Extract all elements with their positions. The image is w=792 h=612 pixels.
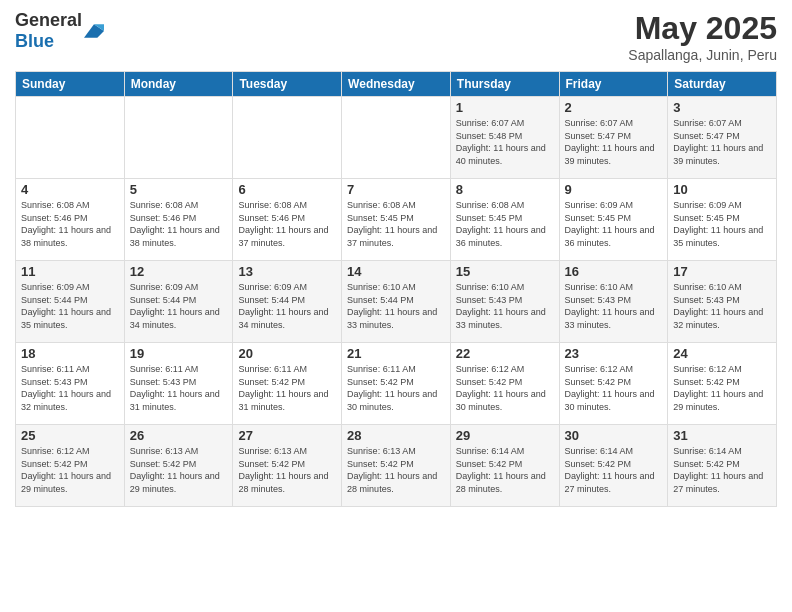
cell-w1-d7: 3Sunrise: 6:07 AM Sunset: 5:47 PM Daylig… — [668, 97, 777, 179]
cell-w3-d6: 16Sunrise: 6:10 AM Sunset: 5:43 PM Dayli… — [559, 261, 668, 343]
header-wednesday: Wednesday — [342, 72, 451, 97]
day-num-24: 24 — [673, 346, 771, 361]
week-row-5: 25Sunrise: 6:12 AM Sunset: 5:42 PM Dayli… — [16, 425, 777, 507]
cell-w5-d6: 30Sunrise: 6:14 AM Sunset: 5:42 PM Dayli… — [559, 425, 668, 507]
cell-w4-d1: 18Sunrise: 6:11 AM Sunset: 5:43 PM Dayli… — [16, 343, 125, 425]
cell-w2-d7: 10Sunrise: 6:09 AM Sunset: 5:45 PM Dayli… — [668, 179, 777, 261]
cell-w1-d5: 1Sunrise: 6:07 AM Sunset: 5:48 PM Daylig… — [450, 97, 559, 179]
day-num-12: 12 — [130, 264, 228, 279]
logo-blue-text: Blue — [15, 31, 54, 51]
week-row-2: 4Sunrise: 6:08 AM Sunset: 5:46 PM Daylig… — [16, 179, 777, 261]
cell-w4-d2: 19Sunrise: 6:11 AM Sunset: 5:43 PM Dayli… — [124, 343, 233, 425]
day-num-27: 27 — [238, 428, 336, 443]
cell-w3-d2: 12Sunrise: 6:09 AM Sunset: 5:44 PM Dayli… — [124, 261, 233, 343]
day-info-12: Sunrise: 6:09 AM Sunset: 5:44 PM Dayligh… — [130, 281, 228, 331]
header-row: Sunday Monday Tuesday Wednesday Thursday… — [16, 72, 777, 97]
logo-general-text: General — [15, 10, 82, 30]
day-info-11: Sunrise: 6:09 AM Sunset: 5:44 PM Dayligh… — [21, 281, 119, 331]
logo-icon — [84, 21, 104, 41]
header-thursday: Thursday — [450, 72, 559, 97]
cell-w5-d2: 26Sunrise: 6:13 AM Sunset: 5:42 PM Dayli… — [124, 425, 233, 507]
day-num-9: 9 — [565, 182, 663, 197]
day-info-21: Sunrise: 6:11 AM Sunset: 5:42 PM Dayligh… — [347, 363, 445, 413]
day-num-30: 30 — [565, 428, 663, 443]
day-num-15: 15 — [456, 264, 554, 279]
cell-w1-d6: 2Sunrise: 6:07 AM Sunset: 5:47 PM Daylig… — [559, 97, 668, 179]
day-info-29: Sunrise: 6:14 AM Sunset: 5:42 PM Dayligh… — [456, 445, 554, 495]
cell-w5-d1: 25Sunrise: 6:12 AM Sunset: 5:42 PM Dayli… — [16, 425, 125, 507]
cell-w3-d3: 13Sunrise: 6:09 AM Sunset: 5:44 PM Dayli… — [233, 261, 342, 343]
logo: General Blue — [15, 10, 104, 52]
day-num-5: 5 — [130, 182, 228, 197]
calendar-page: General Blue May 2025 Sapallanga, Junin,… — [0, 0, 792, 612]
cell-w1-d3 — [233, 97, 342, 179]
day-info-30: Sunrise: 6:14 AM Sunset: 5:42 PM Dayligh… — [565, 445, 663, 495]
cell-w4-d5: 22Sunrise: 6:12 AM Sunset: 5:42 PM Dayli… — [450, 343, 559, 425]
day-info-4: Sunrise: 6:08 AM Sunset: 5:46 PM Dayligh… — [21, 199, 119, 249]
day-info-10: Sunrise: 6:09 AM Sunset: 5:45 PM Dayligh… — [673, 199, 771, 249]
day-info-25: Sunrise: 6:12 AM Sunset: 5:42 PM Dayligh… — [21, 445, 119, 495]
header: General Blue May 2025 Sapallanga, Junin,… — [15, 10, 777, 63]
day-info-15: Sunrise: 6:10 AM Sunset: 5:43 PM Dayligh… — [456, 281, 554, 331]
day-info-7: Sunrise: 6:08 AM Sunset: 5:45 PM Dayligh… — [347, 199, 445, 249]
week-row-1: 1Sunrise: 6:07 AM Sunset: 5:48 PM Daylig… — [16, 97, 777, 179]
day-info-5: Sunrise: 6:08 AM Sunset: 5:46 PM Dayligh… — [130, 199, 228, 249]
cell-w3-d1: 11Sunrise: 6:09 AM Sunset: 5:44 PM Dayli… — [16, 261, 125, 343]
month-title: May 2025 — [628, 10, 777, 47]
day-num-1: 1 — [456, 100, 554, 115]
cell-w5-d4: 28Sunrise: 6:13 AM Sunset: 5:42 PM Dayli… — [342, 425, 451, 507]
cell-w2-d4: 7Sunrise: 6:08 AM Sunset: 5:45 PM Daylig… — [342, 179, 451, 261]
cell-w2-d5: 8Sunrise: 6:08 AM Sunset: 5:45 PM Daylig… — [450, 179, 559, 261]
day-num-3: 3 — [673, 100, 771, 115]
week-row-4: 18Sunrise: 6:11 AM Sunset: 5:43 PM Dayli… — [16, 343, 777, 425]
day-num-26: 26 — [130, 428, 228, 443]
day-num-10: 10 — [673, 182, 771, 197]
title-block: May 2025 Sapallanga, Junin, Peru — [628, 10, 777, 63]
day-num-25: 25 — [21, 428, 119, 443]
day-info-31: Sunrise: 6:14 AM Sunset: 5:42 PM Dayligh… — [673, 445, 771, 495]
day-num-28: 28 — [347, 428, 445, 443]
day-info-23: Sunrise: 6:12 AM Sunset: 5:42 PM Dayligh… — [565, 363, 663, 413]
day-info-8: Sunrise: 6:08 AM Sunset: 5:45 PM Dayligh… — [456, 199, 554, 249]
day-num-18: 18 — [21, 346, 119, 361]
day-info-28: Sunrise: 6:13 AM Sunset: 5:42 PM Dayligh… — [347, 445, 445, 495]
header-friday: Friday — [559, 72, 668, 97]
day-info-13: Sunrise: 6:09 AM Sunset: 5:44 PM Dayligh… — [238, 281, 336, 331]
day-info-24: Sunrise: 6:12 AM Sunset: 5:42 PM Dayligh… — [673, 363, 771, 413]
header-saturday: Saturday — [668, 72, 777, 97]
day-info-27: Sunrise: 6:13 AM Sunset: 5:42 PM Dayligh… — [238, 445, 336, 495]
day-num-17: 17 — [673, 264, 771, 279]
day-num-14: 14 — [347, 264, 445, 279]
day-num-2: 2 — [565, 100, 663, 115]
day-info-20: Sunrise: 6:11 AM Sunset: 5:42 PM Dayligh… — [238, 363, 336, 413]
day-num-11: 11 — [21, 264, 119, 279]
cell-w5-d7: 31Sunrise: 6:14 AM Sunset: 5:42 PM Dayli… — [668, 425, 777, 507]
header-tuesday: Tuesday — [233, 72, 342, 97]
calendar-table: Sunday Monday Tuesday Wednesday Thursday… — [15, 71, 777, 507]
cell-w2-d2: 5Sunrise: 6:08 AM Sunset: 5:46 PM Daylig… — [124, 179, 233, 261]
cell-w1-d4 — [342, 97, 451, 179]
day-num-21: 21 — [347, 346, 445, 361]
cell-w3-d5: 15Sunrise: 6:10 AM Sunset: 5:43 PM Dayli… — [450, 261, 559, 343]
cell-w5-d3: 27Sunrise: 6:13 AM Sunset: 5:42 PM Dayli… — [233, 425, 342, 507]
day-num-19: 19 — [130, 346, 228, 361]
day-info-16: Sunrise: 6:10 AM Sunset: 5:43 PM Dayligh… — [565, 281, 663, 331]
cell-w5-d5: 29Sunrise: 6:14 AM Sunset: 5:42 PM Dayli… — [450, 425, 559, 507]
day-info-26: Sunrise: 6:13 AM Sunset: 5:42 PM Dayligh… — [130, 445, 228, 495]
day-info-18: Sunrise: 6:11 AM Sunset: 5:43 PM Dayligh… — [21, 363, 119, 413]
day-info-14: Sunrise: 6:10 AM Sunset: 5:44 PM Dayligh… — [347, 281, 445, 331]
day-info-17: Sunrise: 6:10 AM Sunset: 5:43 PM Dayligh… — [673, 281, 771, 331]
day-info-2: Sunrise: 6:07 AM Sunset: 5:47 PM Dayligh… — [565, 117, 663, 167]
day-info-22: Sunrise: 6:12 AM Sunset: 5:42 PM Dayligh… — [456, 363, 554, 413]
day-info-1: Sunrise: 6:07 AM Sunset: 5:48 PM Dayligh… — [456, 117, 554, 167]
header-monday: Monday — [124, 72, 233, 97]
header-sunday: Sunday — [16, 72, 125, 97]
day-num-22: 22 — [456, 346, 554, 361]
location-subtitle: Sapallanga, Junin, Peru — [628, 47, 777, 63]
cell-w4-d3: 20Sunrise: 6:11 AM Sunset: 5:42 PM Dayli… — [233, 343, 342, 425]
day-num-13: 13 — [238, 264, 336, 279]
cell-w3-d7: 17Sunrise: 6:10 AM Sunset: 5:43 PM Dayli… — [668, 261, 777, 343]
day-num-8: 8 — [456, 182, 554, 197]
day-num-29: 29 — [456, 428, 554, 443]
day-num-23: 23 — [565, 346, 663, 361]
